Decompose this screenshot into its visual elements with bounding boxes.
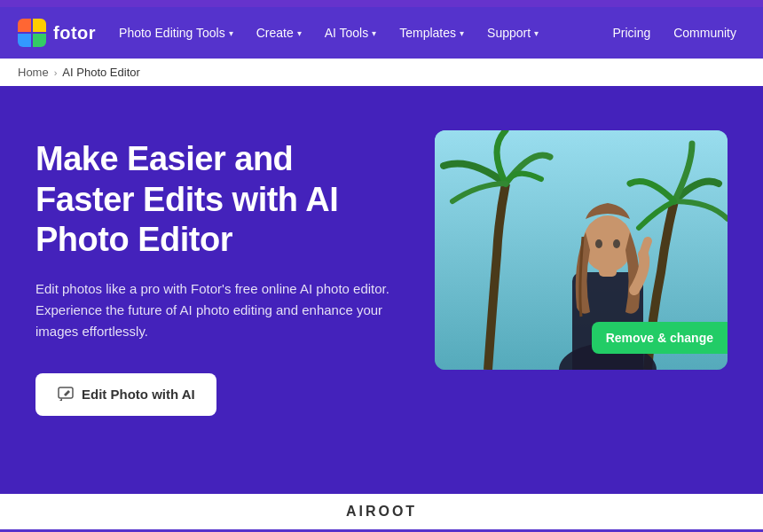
- nav-photo-editing-tools[interactable]: Photo Editing Tools ▾: [110, 20, 242, 45]
- breadcrumb-current: AI Photo Editor: [62, 66, 139, 79]
- edit-icon: [57, 386, 75, 403]
- breadcrumb: Home › AI Photo Editor: [0, 59, 763, 86]
- footer: AIROOT: [0, 494, 763, 529]
- logo-icon: [18, 19, 46, 47]
- brand-name: AIROOT: [346, 504, 417, 520]
- navigation: fotor Photo Editing Tools ▾ Create ▾ AI …: [0, 7, 763, 59]
- nav-create[interactable]: Create ▾: [248, 20, 311, 45]
- hero-section: Make Easier and Faster Edits with AI Pho…: [0, 86, 763, 494]
- logo[interactable]: fotor: [18, 19, 96, 47]
- hero-image-bg: Remove & change: [435, 130, 728, 370]
- chevron-down-icon: ▾: [460, 28, 464, 38]
- hero-content: Make Easier and Faster Edits with AI Pho…: [35, 130, 435, 416]
- logo-text: fotor: [53, 23, 96, 43]
- edit-photo-button[interactable]: Edit Photo with AI: [35, 373, 216, 416]
- chevron-down-icon: ▾: [297, 28, 302, 38]
- nav-templates[interactable]: Templates ▾: [390, 20, 473, 45]
- chevron-down-icon: ▾: [229, 28, 233, 38]
- svg-point-7: [613, 239, 620, 248]
- top-bar: [0, 0, 763, 7]
- svg-point-5: [583, 215, 633, 272]
- breadcrumb-home[interactable]: Home: [18, 66, 49, 79]
- remove-change-badge: Remove & change: [592, 322, 728, 354]
- chevron-down-icon: ▾: [534, 28, 539, 38]
- chevron-down-icon: ▾: [372, 28, 376, 38]
- hero-title: Make Easier and Faster Edits with AI Pho…: [35, 139, 399, 261]
- hero-description: Edit photos like a pro with Fotor's free…: [35, 278, 399, 342]
- hero-image: Remove & change: [435, 130, 728, 370]
- nav-support[interactable]: Support ▾: [478, 20, 547, 45]
- nav-community[interactable]: Community: [665, 20, 745, 45]
- breadcrumb-separator: ›: [54, 67, 58, 78]
- nav-ai-tools[interactable]: AI Tools ▾: [316, 20, 386, 45]
- nav-pricing[interactable]: Pricing: [603, 20, 659, 45]
- svg-point-6: [595, 239, 602, 248]
